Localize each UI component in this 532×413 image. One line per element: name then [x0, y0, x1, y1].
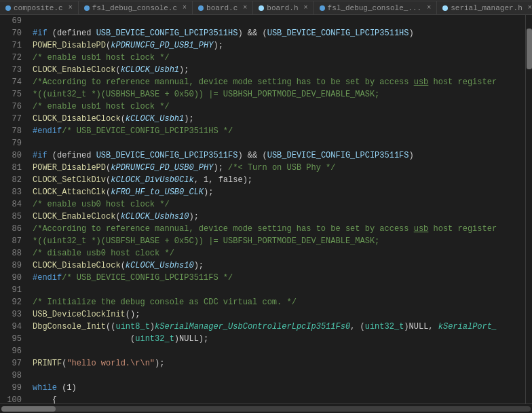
line-number-80: 80	[0, 149, 22, 162]
line-number-89: 89	[0, 259, 22, 272]
line-numbers: 6970717273747576777879808182838485868788…	[0, 15, 27, 403]
line-number-75: 75	[0, 88, 22, 101]
right-scrollbar[interactable]	[525, 15, 532, 403]
line-number-100: 100	[0, 394, 22, 403]
code-line-87: *((uint32_t *)(USBFSH_BASE + 0x5C)) |= U…	[33, 235, 525, 247]
line-number-93: 93	[0, 308, 22, 321]
line-number-86: 86	[0, 223, 22, 235]
code-line-94: DbgConsole_Init((uint8_t)kSerialManager_…	[33, 321, 525, 333]
tab-fsl_debug_console[interactable]: fsl_debug_console.c×	[79, 1, 193, 14]
code-line-69	[33, 15, 525, 27]
code-line-89: CLOCK_DisableClock(kCLOCK_Usbhs10);	[33, 259, 525, 272]
line-number-87: 87	[0, 235, 22, 247]
code-line-92: /* Initialize the debug console as CDC v…	[33, 296, 525, 308]
line-number-78: 78	[0, 125, 22, 137]
code-line-93: USB_DeviceClockInit();	[33, 308, 525, 321]
tab-fsl_debug_console2[interactable]: fsl_debug_console_...×	[314, 1, 438, 14]
line-number-90: 90	[0, 272, 22, 284]
code-line-79	[33, 137, 525, 149]
code-line-88: /* disable usb0 host clock */	[33, 247, 525, 259]
code-line-91	[33, 284, 525, 296]
tab-board_h[interactable]: board.h×	[253, 1, 314, 14]
code-line-95: (uint32_t)NULL);	[33, 333, 525, 345]
line-number-76: 76	[0, 101, 22, 113]
line-number-77: 77	[0, 113, 22, 125]
tab-board_c[interactable]: board.c×	[193, 1, 253, 14]
code-line-97: PRINTF("hello world.\r\n");	[33, 357, 525, 370]
code-line-98	[33, 370, 525, 382]
right-scrollbar-thumb[interactable]	[527, 29, 532, 69]
code-line-71: POWER_DisablePD(kPDRUNCFG_PD_USB1_PHY);	[33, 39, 525, 52]
tab-composite[interactable]: composite.c×	[0, 1, 79, 14]
line-number-95: 95	[0, 333, 22, 345]
line-number-88: 88	[0, 247, 22, 259]
code-line-83: CLOCK_AttachClk(kFRO_HF_to_USB0_CLK);	[33, 186, 525, 198]
code-line-99: while (1)	[33, 382, 525, 394]
line-number-84: 84	[0, 198, 22, 211]
code-line-76: /* enable usb1 host clock */	[33, 101, 525, 113]
line-number-74: 74	[0, 76, 22, 88]
code-line-96	[33, 345, 525, 357]
code-line-72: /* enable usb1 host clock */	[33, 52, 525, 64]
line-number-98: 98	[0, 370, 22, 382]
line-number-71: 71	[0, 39, 22, 52]
code-line-70: #if (defined USB_DEVICE_CONFIG_LPCIP3511…	[33, 27, 525, 39]
line-number-69: 69	[0, 15, 22, 27]
line-number-92: 92	[0, 296, 22, 308]
scrollbar-thumb[interactable]	[1, 406, 56, 412]
bottom-scrollbar[interactable]	[0, 403, 532, 413]
line-number-81: 81	[0, 162, 22, 174]
code-line-85: CLOCK_EnableClock(kCLOCK_Usbhs10);	[33, 211, 525, 223]
line-number-73: 73	[0, 64, 22, 76]
tab-bar: composite.c×fsl_debug_console.c×board.c×…	[0, 0, 532, 15]
tab-serial_manager[interactable]: serial_manager.h×	[437, 1, 532, 14]
line-number-85: 85	[0, 211, 22, 223]
editor-area: 6970717273747576777879808182838485868788…	[0, 15, 532, 403]
code-line-77: CLOCK_DisableClock(kCLOCK_Usbh1);	[33, 113, 525, 125]
code-line-90: #endif /* USB_DEVICE_CONFIG_LPCIP3511FS …	[33, 272, 525, 284]
code-line-80: #if (defined USB_DEVICE_CONFIG_LPCIP3511…	[33, 149, 525, 162]
code-line-73: CLOCK_EnableClock(kCLOCK_Usbh1);	[33, 64, 525, 76]
scrollbar-track	[1, 406, 531, 412]
code-line-81: POWER_DisablePD(kPDRUNCFG_PD_USB0_PHY); …	[33, 162, 525, 174]
line-number-94: 94	[0, 321, 22, 333]
line-number-91: 91	[0, 284, 22, 296]
line-number-83: 83	[0, 186, 22, 198]
code-line-74: /*According to reference mannual, device…	[33, 76, 525, 88]
code-content: #if (defined USB_DEVICE_CONFIG_LPCIP3511…	[27, 15, 525, 403]
line-number-82: 82	[0, 174, 22, 186]
code-line-100: {	[33, 394, 525, 403]
line-number-96: 96	[0, 345, 22, 357]
line-number-99: 99	[0, 382, 22, 394]
code-line-84: /* enable usb0 host clock */	[33, 198, 525, 211]
code-line-75: *((uint32_t *)(USBHSH_BASE + 0x50)) |= U…	[33, 88, 525, 101]
line-number-79: 79	[0, 137, 22, 149]
code-line-86: /*According to reference mannual, device…	[33, 223, 525, 235]
code-line-78: #endif /* USB_DEVICE_CONFIG_LPCIP3511HS …	[33, 125, 525, 137]
code-line-82: CLOCK_SetClkDiv(kCLOCK_DivUsb0Clk, 1, fa…	[33, 174, 525, 186]
line-number-70: 70	[0, 27, 22, 39]
line-number-97: 97	[0, 357, 22, 370]
line-number-72: 72	[0, 52, 22, 64]
